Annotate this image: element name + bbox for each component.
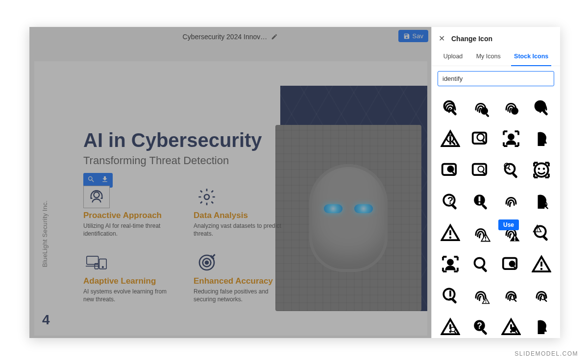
- feature-adaptive-learning[interactable]: Adaptive Learning AI systems evolve lear…: [83, 251, 179, 303]
- head-search-icon[interactable]: [528, 187, 555, 216]
- fingerprint-loupe-icon[interactable]: [497, 281, 525, 310]
- warning-triangle-icon[interactable]: [437, 218, 464, 247]
- edit-title-icon[interactable]: [271, 33, 278, 40]
- question-search-icon[interactable]: ?: [437, 187, 464, 216]
- slide-subheadline[interactable]: Transforming Threat Detection: [83, 154, 229, 167]
- svg-point-55: [537, 230, 538, 231]
- search-tool-icon[interactable]: [87, 175, 95, 185]
- head-outline-icon[interactable]: [528, 313, 555, 338]
- loupe-search-icon[interactable]: [497, 156, 525, 184]
- fingerprint-alert-selected-icon[interactable]: Use: [497, 218, 525, 247]
- svg-point-21: [477, 134, 484, 141]
- target-icon[interactable]: [194, 251, 220, 274]
- tab-my-icons[interactable]: My Icons: [473, 48, 504, 66]
- svg-rect-65: [451, 298, 457, 304]
- svg-point-60: [510, 261, 515, 267]
- card-search-icon[interactable]: [437, 156, 464, 184]
- feature-title: Proactive Approach: [83, 211, 179, 220]
- gear-icon[interactable]: [194, 186, 220, 208]
- alert-search-icon[interactable]: [437, 124, 464, 153]
- face-scan-icon[interactable]: [528, 156, 555, 184]
- loupe-alert-outline-icon[interactable]: [437, 281, 464, 310]
- save-button-label: Sav: [413, 32, 423, 40]
- svg-rect-68: [486, 300, 487, 302]
- svg-text:?: ?: [447, 195, 453, 206]
- devices-icon[interactable]: [83, 251, 110, 274]
- svg-point-25: [448, 166, 454, 172]
- doc-search-icon[interactable]: [467, 124, 494, 153]
- save-button[interactable]: Sav: [398, 30, 428, 42]
- svg-rect-33: [508, 168, 511, 170]
- slide-canvas[interactable]: BlueLight Security Inc. 4 AI in Cybersec…: [34, 61, 427, 336]
- svg-rect-53: [542, 235, 548, 241]
- svg-point-1: [204, 194, 209, 199]
- svg-rect-62: [540, 262, 542, 267]
- tab-upload[interactable]: Upload: [441, 48, 466, 66]
- use-icon-button[interactable]: Use: [498, 219, 519, 230]
- panel-title: Change Icon: [451, 35, 492, 43]
- question-loupe-icon[interactable]: ?: [467, 313, 494, 338]
- fingerprint-warn-icon[interactable]: [467, 218, 494, 247]
- svg-point-83: [512, 327, 516, 332]
- svg-rect-66: [449, 291, 451, 297]
- svg-rect-54: [537, 227, 538, 230]
- svg-rect-48: [485, 237, 486, 239]
- svg-point-17: [449, 143, 452, 145]
- document-title[interactable]: Cybersecurity 2024 Innov…: [183, 33, 268, 41]
- page-number: 4: [42, 312, 50, 328]
- fingerprint-search-icon[interactable]: [437, 93, 464, 121]
- topbar: Cybersecurity 2024 Innov…: [29, 30, 431, 44]
- svg-point-64: [443, 289, 455, 300]
- head-profile-icon[interactable]: [528, 124, 555, 153]
- svg-rect-42: [479, 196, 481, 201]
- scan-person-icon[interactable]: [437, 250, 464, 278]
- warn-magnify-icon[interactable]: [497, 313, 525, 338]
- feature-desc: Analyzing vast datasets to predict threa…: [194, 222, 282, 238]
- fingerprint-warn2-icon[interactable]: [467, 281, 494, 310]
- replace-tool-icon[interactable]: [101, 175, 109, 185]
- svg-rect-45: [545, 206, 548, 209]
- card-magnify-icon[interactable]: [497, 250, 525, 278]
- panel-tabs: Upload My Icons Stock Icons: [432, 48, 560, 66]
- headset-icon[interactable]: [83, 186, 110, 208]
- svg-rect-41: [481, 204, 487, 210]
- svg-rect-31: [512, 172, 517, 178]
- svg-rect-71: [514, 299, 517, 302]
- svg-point-35: [538, 168, 540, 170]
- alert-magnify-icon[interactable]: [467, 187, 494, 216]
- svg-point-63: [540, 268, 543, 270]
- icon-search-input[interactable]: [438, 71, 554, 86]
- close-panel-icon[interactable]: ✕: [439, 34, 447, 43]
- svg-rect-16: [449, 136, 451, 141]
- svg-point-43: [479, 202, 481, 204]
- svg-rect-73: [544, 299, 547, 302]
- loupe-outline-icon[interactable]: [467, 250, 494, 278]
- slide-headline[interactable]: AI in Cybersecurity: [83, 130, 262, 150]
- company-label: BlueLight Security Inc.: [41, 200, 49, 267]
- svg-point-0: [94, 192, 99, 197]
- fingerprint-magnify-solid-icon[interactable]: [467, 93, 494, 121]
- svg-point-47: [449, 237, 452, 239]
- svg-point-4: [102, 267, 104, 268]
- warning-loupe-icon[interactable]: [528, 218, 555, 247]
- svg-point-67: [449, 298, 452, 300]
- svg-point-36: [543, 168, 545, 170]
- tab-stock-icons[interactable]: Stock Icons: [511, 48, 551, 66]
- feature-proactive[interactable]: Proactive Approach Utilizing AI for real…: [83, 186, 179, 238]
- svg-point-34: [535, 163, 548, 177]
- svg-point-56: [448, 260, 453, 265]
- triangle-search-icon[interactable]: [437, 313, 464, 338]
- svg-rect-79: [481, 329, 487, 335]
- svg-point-51: [514, 240, 515, 241]
- triangle-alert-icon[interactable]: [528, 250, 555, 278]
- focus-person-icon[interactable]: [497, 124, 525, 153]
- fingerprint-search-dark-icon[interactable]: [497, 93, 525, 121]
- fingerprint-scan-icon[interactable]: [528, 281, 555, 310]
- feature-data-analysis[interactable]: Data Analysis Analyzing vast datasets to…: [194, 186, 289, 238]
- svg-point-69: [486, 302, 487, 303]
- feature-enhanced-accuracy[interactable]: Enhanced Accuracy Reducing false positiv…: [194, 251, 289, 303]
- fingerprint-magnify-alt-icon[interactable]: [528, 93, 555, 121]
- svg-point-23: [509, 134, 514, 139]
- data-search-icon[interactable]: [467, 156, 494, 184]
- fingerprint-thin-icon[interactable]: [497, 187, 525, 216]
